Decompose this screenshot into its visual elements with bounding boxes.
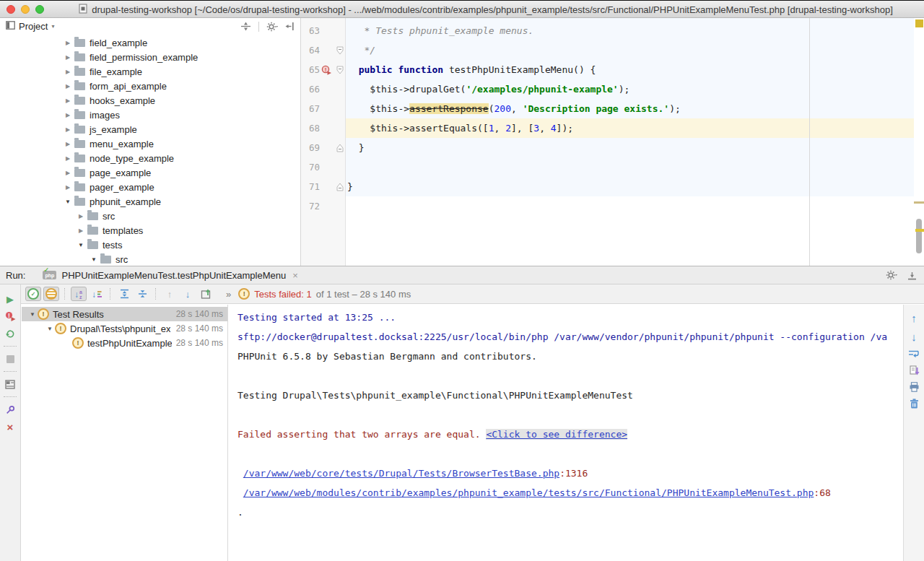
rerun-failed-tests-icon[interactable]: ! — [0, 308, 20, 325]
project-tree-item[interactable]: ▶src — [0, 209, 300, 223]
minimize-window-icon[interactable] — [21, 5, 30, 14]
line-number[interactable]: 72 — [302, 201, 320, 212]
editor-line[interactable]: */ — [346, 40, 924, 60]
line-number[interactable]: 70 — [302, 162, 320, 173]
gutter-line[interactable]: 67 — [301, 99, 345, 118]
project-tree-item[interactable]: ▶node_type_example — [0, 151, 300, 165]
more-icon[interactable]: » — [226, 289, 230, 300]
expand-all-icon[interactable] — [116, 287, 132, 301]
editor-line[interactable] — [346, 196, 924, 216]
restore-layout-icon[interactable] — [0, 375, 20, 393]
chevron-collapsed-icon[interactable]: ▶ — [64, 54, 72, 61]
pin-tab-icon[interactable] — [0, 401, 20, 418]
project-tree-item[interactable]: ▶menu_example — [0, 136, 300, 151]
project-tree-item[interactable]: ▶file_example — [0, 64, 300, 79]
next-failed-test-icon[interactable]: ↓ — [180, 287, 196, 301]
project-tree-item[interactable]: ▼src — [0, 252, 300, 266]
stripe-warning-mark[interactable] — [915, 229, 924, 232]
chevron-collapsed-icon[interactable]: ▶ — [77, 227, 85, 234]
chevron-expanded-icon[interactable]: ▼ — [64, 199, 72, 205]
chevron-collapsed-icon[interactable]: ▶ — [64, 170, 72, 176]
chevron-expanded-icon[interactable]: ▼ — [45, 326, 55, 332]
chevron-collapsed-icon[interactable]: ▶ — [64, 40, 72, 46]
line-number[interactable]: 63 — [302, 25, 320, 36]
project-tree-item[interactable]: ▶pager_example — [0, 180, 300, 194]
line-number[interactable]: 66 — [302, 84, 320, 95]
chevron-expanded-icon[interactable]: ▼ — [27, 311, 38, 318]
close-tab-icon[interactable]: × — [292, 270, 298, 281]
fold-marker-icon[interactable] — [333, 144, 345, 152]
stripe-warning-mark[interactable] — [914, 201, 924, 204]
chevron-collapsed-icon[interactable]: ▶ — [77, 213, 85, 219]
chevron-expanded-icon[interactable]: ▼ — [77, 242, 85, 248]
print-icon[interactable] — [909, 382, 920, 392]
project-tree-item[interactable]: ▶js_example — [0, 122, 300, 136]
chevron-collapsed-icon[interactable]: ▶ — [64, 184, 72, 191]
line-number[interactable]: 69 — [302, 142, 320, 153]
import-export-results-icon[interactable] — [198, 287, 214, 301]
line-number[interactable]: 67 — [302, 103, 320, 114]
chevron-down-icon[interactable]: ▾ — [51, 23, 54, 30]
project-tree-item[interactable]: ▶templates — [0, 223, 300, 238]
chevron-collapsed-icon[interactable]: ▶ — [64, 112, 72, 118]
scroll-to-end-icon[interactable] — [909, 365, 920, 375]
editor[interactable]: 636465!66676869707172 * Tests phpunit_ex… — [301, 18, 924, 266]
editor-line[interactable]: } — [346, 177, 924, 196]
editor-scrollbar-thumb[interactable] — [916, 219, 922, 253]
project-tree-item[interactable]: ▶hooks_example — [0, 93, 300, 108]
fold-marker-icon[interactable] — [333, 183, 345, 191]
error-stripe[interactable] — [914, 18, 924, 266]
soft-wrap-icon[interactable] — [908, 349, 920, 359]
gutter-line[interactable]: 69 — [301, 138, 345, 157]
sort-by-duration-icon[interactable]: ↓ — [89, 287, 105, 301]
editor-line[interactable] — [346, 157, 924, 177]
line-number[interactable]: 71 — [302, 181, 320, 192]
editor-gutter[interactable]: 636465!66676869707172 — [301, 18, 346, 266]
chevron-collapsed-icon[interactable]: ▶ — [64, 141, 72, 147]
chevron-expanded-icon[interactable]: ▼ — [90, 256, 98, 263]
test-tree-row[interactable]: ▼!Test Results28 s 140 ms — [22, 307, 227, 321]
test-console[interactable]: Testing started at 13:25 ...sftp://docke… — [229, 305, 903, 561]
project-tree-item[interactable]: ▶field_example — [0, 35, 300, 50]
gutter-line[interactable]: 68 — [301, 118, 345, 138]
project-panel-title[interactable]: Project — [19, 21, 48, 32]
rerun-icon[interactable]: ▶ — [0, 290, 20, 308]
fold-marker-icon[interactable] — [333, 66, 345, 74]
gutter-line[interactable]: 70 — [301, 157, 345, 177]
chevron-collapsed-icon[interactable]: ▶ — [64, 97, 72, 104]
sort-alphabetically-icon[interactable]: ↓az — [71, 287, 87, 301]
settings-icon[interactable] — [886, 270, 897, 280]
editor-line[interactable]: public function testPhpUnitExampleMenu()… — [346, 60, 924, 79]
editor-code-area[interactable]: * Tests phpunit_example menus. */ public… — [346, 18, 924, 266]
close-icon[interactable]: × — [0, 418, 20, 435]
locate-icon[interactable] — [240, 22, 251, 31]
chevron-collapsed-icon[interactable]: ▶ — [64, 126, 72, 133]
up-stack-trace-icon[interactable]: ↑ — [911, 312, 917, 324]
chevron-collapsed-icon[interactable]: ▶ — [64, 83, 72, 90]
project-tree-item[interactable]: ▼tests — [0, 238, 300, 252]
line-number[interactable]: 64 — [302, 45, 320, 56]
gutter-line[interactable]: 65! — [301, 60, 345, 79]
project-tree-item[interactable]: ▶images — [0, 108, 300, 122]
run-configuration-tab[interactable]: ✓php PHPUnitExampleMenuTest.testPhpUnitE… — [43, 270, 297, 281]
chevron-collapsed-icon[interactable]: ▶ — [64, 155, 72, 162]
collapse-all-icon[interactable] — [134, 287, 150, 301]
line-number[interactable]: 68 — [302, 123, 320, 134]
inspection-status-icon[interactable] — [915, 19, 923, 27]
project-tree-item[interactable]: ▶form_api_example — [0, 79, 300, 93]
fold-marker-icon[interactable] — [333, 46, 345, 55]
gutter-line[interactable]: 71 — [301, 177, 345, 196]
zoom-window-icon[interactable] — [35, 5, 44, 14]
editor-code-lines[interactable]: * Tests phpunit_example menus. */ public… — [346, 18, 924, 216]
gutter-line[interactable]: 63 — [301, 21, 345, 40]
settings-icon[interactable] — [266, 22, 278, 32]
line-number[interactable]: 65 — [302, 64, 320, 75]
test-tree-row[interactable]: !testPhpUnitExampleM28 s 140 ms — [22, 336, 227, 350]
console-link[interactable]: /var/www/web/core/tests/Drupal/Tests/Bro… — [243, 468, 559, 479]
console-link[interactable]: /var/www/web/modules/contrib/examples/ph… — [243, 487, 814, 498]
hide-panel-down-icon[interactable] — [907, 271, 917, 280]
project-tree-item[interactable]: ▶page_example — [0, 165, 300, 180]
chevron-collapsed-icon[interactable]: ▶ — [64, 69, 72, 75]
project-tree-item[interactable]: ▼phpunit_example — [0, 194, 300, 209]
editor-line[interactable]: $this->drupalGet('/examples/phpunit-exam… — [346, 79, 924, 99]
